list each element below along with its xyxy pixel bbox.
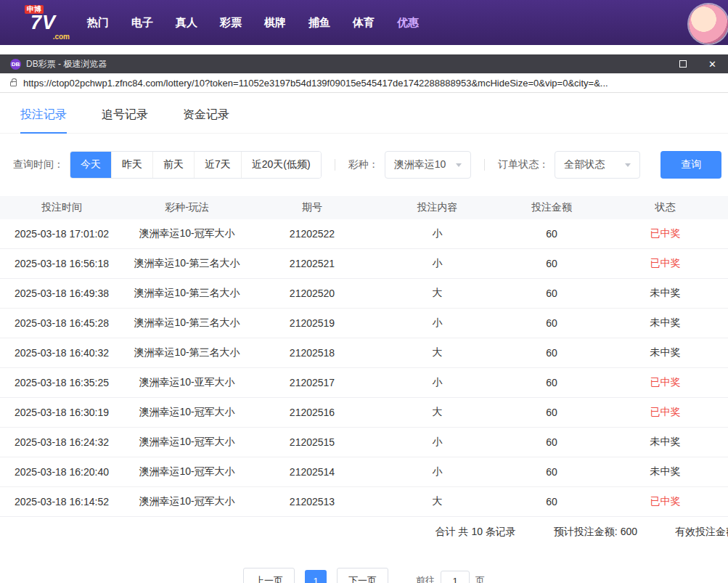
cell-issue: 21202517 xyxy=(250,377,374,388)
cell-status: 已中奖 xyxy=(602,257,728,270)
nav-item-5[interactable]: 捕鱼 xyxy=(308,16,330,30)
cell-game: 澳洲幸运10-第三名大小 xyxy=(123,257,250,270)
time-filter-group: 今天昨天前天近7天近20天(低频) xyxy=(70,151,322,179)
cell-amount: 60 xyxy=(501,288,602,299)
tab-bet-records[interactable]: 投注记录 xyxy=(20,107,67,134)
nav-item-1[interactable]: 电子 xyxy=(131,16,153,30)
cell-game: 澳洲幸运10-冠军大小 xyxy=(123,227,250,240)
cell-content: 小 xyxy=(374,317,501,330)
maximize-icon xyxy=(679,60,687,68)
table-row: 2025-03-18 16:56:18澳洲幸运10-第三名大小21202521小… xyxy=(0,249,728,279)
table-row: 2025-03-18 16:20:40澳洲幸运10-冠军大小21202514小6… xyxy=(0,457,728,487)
cell-game: 澳洲幸运10-冠军大小 xyxy=(123,436,250,449)
cell-amount: 60 xyxy=(501,377,602,388)
cell-amount: 60 xyxy=(501,258,602,269)
cell-issue: 21202520 xyxy=(250,288,374,299)
cell-issue: 21202513 xyxy=(250,496,374,507)
cell-time: 2025-03-18 16:45:28 xyxy=(0,317,123,329)
table-row: 2025-03-18 17:01:02澳洲幸运10-冠军大小21202522小6… xyxy=(0,219,728,249)
goto-page-input[interactable] xyxy=(441,571,470,583)
cell-content: 大 xyxy=(374,406,501,419)
brand-name: 7V xyxy=(30,12,56,34)
brand-logo[interactable]: 申博 7V .com xyxy=(25,4,74,41)
url-text[interactable]: https://ctop02pchwp1.zfnc84.com/lottery/… xyxy=(23,78,719,89)
table-row: 2025-03-18 16:35:25澳洲幸运10-亚军大小21202517小6… xyxy=(0,368,728,398)
order-status-select[interactable]: 全部状态 xyxy=(555,151,640,179)
nav-item-3[interactable]: 彩票 xyxy=(220,16,242,30)
column-header-0: 投注时间 xyxy=(0,201,123,214)
nav-item-0[interactable]: 热门 xyxy=(87,16,109,30)
cell-issue: 21202521 xyxy=(250,258,374,269)
cell-amount: 60 xyxy=(501,228,602,240)
cell-content: 大 xyxy=(374,495,501,508)
lottery-select[interactable]: 澳洲幸运10 xyxy=(385,151,472,179)
cell-time: 2025-03-18 16:24:32 xyxy=(0,436,123,448)
prev-page-button[interactable]: 上一页 xyxy=(243,568,295,583)
cell-content: 小 xyxy=(374,257,501,270)
nav-item-6[interactable]: 体育 xyxy=(353,16,375,30)
cell-issue: 21202516 xyxy=(250,407,374,418)
nav-item-7[interactable]: 优惠 xyxy=(397,16,419,30)
user-avatar[interactable] xyxy=(689,4,728,44)
cell-content: 小 xyxy=(374,376,501,389)
table-row: 2025-03-18 16:24:32澳洲幸运10-冠军大小21202515小6… xyxy=(0,428,728,457)
table-row: 2025-03-18 16:45:28澳洲幸运10-第三名大小21202519小… xyxy=(0,309,728,338)
cell-game: 澳洲幸运10-亚军大小 xyxy=(123,376,250,389)
nav-item-2[interactable]: 真人 xyxy=(176,16,197,30)
query-button[interactable]: 查询 xyxy=(660,151,721,179)
cell-amount: 60 xyxy=(501,317,602,329)
time-filter-option-3[interactable]: 近7天 xyxy=(195,152,242,178)
time-filter-option-2[interactable]: 前天 xyxy=(153,152,195,178)
chevron-down-icon xyxy=(456,163,462,167)
cell-time: 2025-03-18 16:20:40 xyxy=(0,466,123,478)
cell-time: 2025-03-18 16:14:52 xyxy=(0,496,123,507)
query-time-label: 查询时间： xyxy=(13,158,64,171)
cell-status: 已中奖 xyxy=(602,376,728,389)
nav-item-4[interactable]: 棋牌 xyxy=(264,16,286,30)
table-row: 2025-03-18 16:14:52澳洲幸运10-冠军大小21202513大6… xyxy=(0,487,728,517)
cell-time: 2025-03-18 16:30:19 xyxy=(0,407,123,418)
maximize-button[interactable] xyxy=(679,60,687,69)
nav-menu: 热门电子真人彩票棋牌捕鱼体育优惠 xyxy=(87,16,419,30)
cell-status: 已中奖 xyxy=(602,495,728,508)
cell-amount: 60 xyxy=(501,436,602,448)
browser-urlbar[interactable]: https://ctop02pchwp1.zfnc84.com/lottery/… xyxy=(0,73,728,93)
next-page-button[interactable]: 下一页 xyxy=(337,568,388,583)
cell-game: 澳洲幸运10-冠军大小 xyxy=(123,406,250,419)
cell-amount: 60 xyxy=(501,496,602,507)
close-button[interactable]: ✕ xyxy=(708,60,716,69)
time-filter-option-0[interactable]: 今天 xyxy=(70,152,112,178)
cell-issue: 21202518 xyxy=(250,347,374,359)
table-row: 2025-03-18 16:40:32澳洲幸运10-第三名大小21202518大… xyxy=(0,338,728,368)
summary-record-count: 合计 共 10 条记录 xyxy=(435,526,516,539)
cell-content: 大 xyxy=(374,287,501,300)
column-header-1: 彩种-玩法 xyxy=(123,201,250,214)
cell-time: 2025-03-18 17:01:02 xyxy=(0,228,123,240)
cell-status: 未中奖 xyxy=(602,346,728,359)
tab-fund-records[interactable]: 资金记录 xyxy=(183,107,229,133)
lottery-label: 彩种： xyxy=(348,158,379,171)
lock-icon xyxy=(10,81,17,86)
current-page-button[interactable]: 1 xyxy=(305,570,327,583)
window-controls: ✕ xyxy=(658,60,718,69)
cell-amount: 60 xyxy=(501,466,602,478)
order-status-value: 全部状态 xyxy=(564,158,605,171)
window-title: DB彩票 - 极速浏览器 xyxy=(26,58,107,70)
cell-content: 小 xyxy=(374,436,501,449)
cell-content: 小 xyxy=(374,227,501,240)
time-filter-option-4[interactable]: 近20天(低频) xyxy=(242,152,321,178)
table-body: 2025-03-18 17:01:02澳洲幸运10-冠军大小21202522小6… xyxy=(0,219,728,517)
brand-domain-suffix: .com xyxy=(53,33,70,41)
order-status-label: 订单状态： xyxy=(498,158,549,171)
time-filter-option-1[interactable]: 昨天 xyxy=(112,152,153,178)
goto-label: 前往 xyxy=(416,574,435,583)
cell-status: 已中奖 xyxy=(602,406,728,419)
cell-game: 澳洲幸运10-冠军大小 xyxy=(123,465,250,478)
cell-issue: 21202515 xyxy=(250,436,374,448)
cell-issue: 21202514 xyxy=(250,466,374,478)
cell-content: 大 xyxy=(374,346,501,359)
tab-chase-records[interactable]: 追号记录 xyxy=(102,107,148,133)
lottery-select-value: 澳洲幸运10 xyxy=(394,158,446,171)
cell-time: 2025-03-18 16:35:25 xyxy=(0,377,123,388)
cell-status: 未中奖 xyxy=(602,317,728,330)
